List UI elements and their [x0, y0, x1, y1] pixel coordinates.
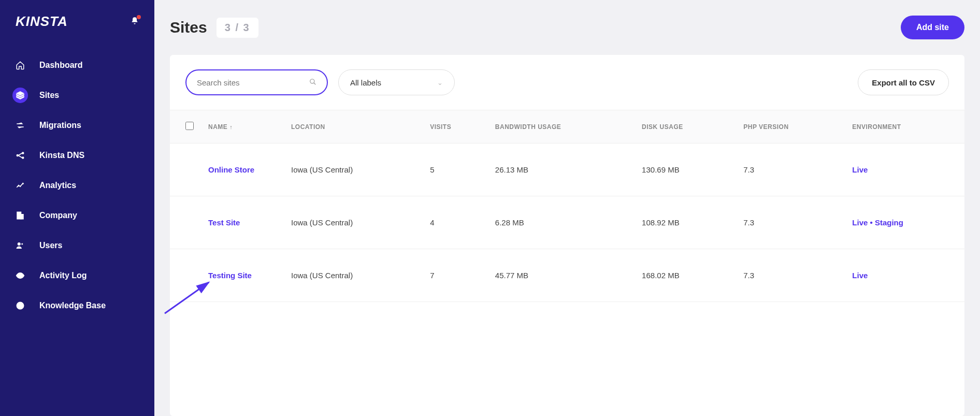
stack-icon — [12, 88, 28, 103]
svg-point-8 — [310, 79, 314, 83]
bandwidth-cell: 45.77 MB — [488, 249, 635, 302]
site-name-cell: Test Site — [201, 196, 284, 249]
environment-cell: Live — [845, 144, 964, 196]
sidebar-item-label: Analytics — [39, 181, 76, 190]
search-input[interactable] — [197, 78, 309, 87]
chevron-down-icon: ⌄ — [437, 79, 443, 87]
disk-cell: 130.69 MB — [635, 144, 736, 196]
svg-point-2 — [22, 157, 24, 159]
column-visits[interactable]: VISITS — [423, 110, 488, 144]
visits-cell: 5 — [423, 144, 488, 196]
sidebar-item-label: Sites — [39, 91, 59, 100]
sidebar-item-activity[interactable]: Activity Log — [0, 261, 154, 291]
select-all-header — [170, 110, 201, 144]
location-cell: Iowa (US Central) — [284, 196, 423, 249]
sidebar-nav: Dashboard Sites Migrations Kinsta DNS An… — [0, 50, 154, 321]
notifications-bell[interactable] — [131, 17, 139, 27]
sidebar-item-label: Knowledge Base — [39, 301, 106, 310]
site-name-link[interactable]: Testing Site — [208, 271, 252, 280]
main-content: Sites 3 / 3 Add site All labels ⌄ Export… — [154, 0, 980, 416]
svg-point-5 — [18, 243, 21, 246]
analytics-icon — [12, 178, 28, 193]
php-cell: 7.3 — [736, 144, 845, 196]
table-row: Testing SiteIowa (US Central)745.77 MB16… — [170, 249, 964, 302]
environment-link[interactable]: Staging — [875, 218, 903, 227]
svg-point-1 — [22, 152, 24, 154]
sites-table: NAME↑ LOCATION VISITS BANDWIDTH USAGE DI… — [170, 110, 964, 302]
column-bandwidth[interactable]: BANDWIDTH USAGE — [488, 110, 635, 144]
select-all-checkbox[interactable] — [185, 122, 194, 130]
logo: KINSTA — [16, 13, 68, 30]
column-disk[interactable]: DISK USAGE — [635, 110, 736, 144]
svg-rect-4 — [21, 214, 24, 219]
sidebar-item-label: Users — [39, 241, 62, 250]
site-name-link[interactable]: Online Store — [208, 165, 254, 174]
column-location[interactable]: LOCATION — [284, 110, 423, 144]
column-php[interactable]: PHP VERSION — [736, 110, 845, 144]
labels-dropdown-text: All labels — [350, 78, 381, 87]
env-separator: • — [870, 218, 873, 227]
environment-link[interactable]: Live — [852, 218, 868, 227]
labels-dropdown[interactable]: All labels ⌄ — [338, 69, 455, 95]
site-name-cell: Testing Site — [201, 249, 284, 302]
location-cell: Iowa (US Central) — [284, 144, 423, 196]
environment-link[interactable]: Live — [852, 165, 868, 174]
sidebar-item-label: Dashboard — [39, 61, 83, 70]
sort-asc-icon: ↑ — [229, 124, 233, 130]
page-header: Sites 3 / 3 Add site — [170, 16, 964, 39]
search-container — [185, 69, 328, 95]
sidebar-item-label: Kinsta DNS — [39, 151, 84, 160]
column-environment[interactable]: ENVIRONMENT — [845, 110, 964, 144]
bandwidth-cell: 26.13 MB — [488, 144, 635, 196]
page-title: Sites — [170, 19, 207, 36]
table-row: Test SiteIowa (US Central)46.28 MB108.92… — [170, 196, 964, 249]
site-name-cell: Online Store — [201, 144, 284, 196]
sidebar-item-dashboard[interactable]: Dashboard — [0, 50, 154, 80]
sidebar-item-sites[interactable]: Sites — [0, 80, 154, 110]
sidebar-item-analytics[interactable]: Analytics — [0, 170, 154, 200]
eye-icon — [12, 268, 28, 283]
add-site-button[interactable]: Add site — [901, 16, 964, 39]
table-row: Online StoreIowa (US Central)526.13 MB13… — [170, 144, 964, 196]
dns-icon — [12, 148, 28, 163]
environment-link[interactable]: Live — [852, 271, 868, 280]
environment-cell: Live — [845, 249, 964, 302]
sidebar-item-label: Migrations — [39, 121, 81, 130]
row-checkbox-cell — [170, 196, 201, 249]
visits-cell: 4 — [423, 196, 488, 249]
migrate-icon — [12, 118, 28, 133]
help-icon — [12, 298, 28, 313]
bandwidth-cell: 6.28 MB — [488, 196, 635, 249]
sidebar-item-knowledge[interactable]: Knowledge Base — [0, 291, 154, 321]
panel-toolbar: All labels ⌄ Export all to CSV — [170, 55, 964, 110]
export-csv-button[interactable]: Export all to CSV — [858, 69, 949, 95]
sidebar-item-label: Activity Log — [39, 271, 87, 280]
sidebar-item-migrations[interactable]: Migrations — [0, 110, 154, 140]
column-name[interactable]: NAME↑ — [201, 110, 284, 144]
svg-point-6 — [19, 275, 22, 277]
sidebar-item-label: Company — [39, 211, 77, 220]
svg-point-0 — [17, 155, 18, 156]
environment-cell: Live • Staging — [845, 196, 964, 249]
php-cell: 7.3 — [736, 249, 845, 302]
home-icon — [12, 58, 28, 73]
sites-panel: All labels ⌄ Export all to CSV NAME↑ LOC… — [170, 55, 964, 416]
notification-dot — [137, 15, 141, 19]
sidebar-item-users[interactable]: Users — [0, 231, 154, 261]
sites-count-badge: 3 / 3 — [217, 18, 258, 38]
search-icon — [309, 78, 316, 87]
sidebar-item-dns[interactable]: Kinsta DNS — [0, 140, 154, 170]
row-checkbox-cell — [170, 249, 201, 302]
row-checkbox-cell — [170, 144, 201, 196]
users-icon — [12, 238, 28, 253]
visits-cell: 7 — [423, 249, 488, 302]
location-cell: Iowa (US Central) — [284, 249, 423, 302]
site-name-link[interactable]: Test Site — [208, 218, 240, 227]
disk-cell: 168.02 MB — [635, 249, 736, 302]
sidebar-item-company[interactable]: Company — [0, 200, 154, 231]
sidebar: KINSTA Dashboard Sites Migrations Kinsta… — [0, 0, 154, 416]
company-icon — [12, 208, 28, 223]
disk-cell: 108.92 MB — [635, 196, 736, 249]
php-cell: 7.3 — [736, 196, 845, 249]
